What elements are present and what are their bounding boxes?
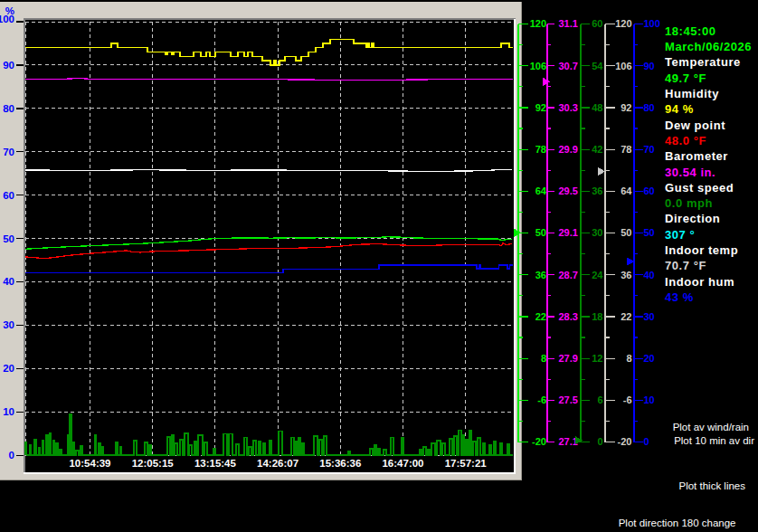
svg-text:36: 36 xyxy=(535,270,546,280)
svg-text:94 %: 94 % xyxy=(665,102,694,116)
svg-text:50: 50 xyxy=(3,233,14,244)
svg-text:43 %: 43 % xyxy=(665,290,694,304)
svg-text:30.3: 30.3 xyxy=(559,102,578,113)
svg-text:36: 36 xyxy=(592,185,602,196)
svg-text:Barometer: Barometer xyxy=(665,149,728,163)
svg-text:106: 106 xyxy=(615,61,631,71)
svg-text:-6: -6 xyxy=(537,394,546,405)
svg-text:18:45:00: 18:45:00 xyxy=(665,24,715,38)
svg-text:18: 18 xyxy=(592,311,602,322)
svg-text:80: 80 xyxy=(3,103,14,114)
svg-text:14:26:07: 14:26:07 xyxy=(257,458,298,469)
svg-text:8: 8 xyxy=(541,353,546,364)
svg-text:31.1: 31.1 xyxy=(559,18,578,29)
svg-text:48: 48 xyxy=(592,102,602,113)
svg-text:Dew point: Dew point xyxy=(665,119,725,132)
svg-text:17:57:21: 17:57:21 xyxy=(445,458,488,469)
svg-text:90: 90 xyxy=(3,60,14,71)
svg-text:22: 22 xyxy=(535,311,546,322)
svg-text:64: 64 xyxy=(621,185,632,196)
svg-text:90: 90 xyxy=(644,61,655,71)
svg-text:60: 60 xyxy=(3,190,14,201)
svg-text:307 °: 307 ° xyxy=(665,228,695,242)
svg-text:100: 100 xyxy=(0,14,14,24)
svg-text:Plot direction 180 change: Plot direction 180 change xyxy=(619,518,736,528)
svg-text:120: 120 xyxy=(615,18,631,29)
svg-text:50: 50 xyxy=(621,227,631,238)
svg-text:20: 20 xyxy=(3,363,14,374)
svg-text:29.5: 29.5 xyxy=(559,185,578,196)
svg-text:Direction: Direction xyxy=(665,212,720,225)
svg-text:-20: -20 xyxy=(532,436,546,447)
svg-text:0: 0 xyxy=(597,436,602,447)
svg-text:10: 10 xyxy=(3,406,14,417)
svg-text:0.0 mph: 0.0 mph xyxy=(665,196,713,210)
svg-text:50: 50 xyxy=(535,227,546,238)
svg-text:27.9: 27.9 xyxy=(559,353,578,364)
svg-text:12: 12 xyxy=(592,353,602,364)
svg-text:22: 22 xyxy=(621,311,631,322)
svg-text:40: 40 xyxy=(3,276,14,287)
svg-text:20: 20 xyxy=(644,353,655,364)
svg-text:100: 100 xyxy=(644,18,660,29)
svg-text:27.5: 27.5 xyxy=(559,394,578,405)
svg-text:-6: -6 xyxy=(623,394,632,405)
svg-text:92: 92 xyxy=(621,102,631,113)
svg-text:50: 50 xyxy=(644,227,655,238)
svg-text:16:47:00: 16:47:00 xyxy=(382,458,423,469)
svg-text:Gust speed: Gust speed xyxy=(665,181,734,195)
svg-text:28.3: 28.3 xyxy=(559,311,578,322)
svg-text:Indoor hum: Indoor hum xyxy=(665,275,734,289)
svg-text:70: 70 xyxy=(3,147,14,157)
svg-text:13:15:45: 13:15:45 xyxy=(194,458,237,469)
svg-text:-20: -20 xyxy=(618,436,632,447)
svg-text:8: 8 xyxy=(626,353,631,364)
svg-text:49.7 °F: 49.7 °F xyxy=(665,71,706,85)
svg-text:120: 120 xyxy=(530,18,546,29)
svg-text:0: 0 xyxy=(9,450,14,461)
svg-text:Indoor temp: Indoor temp xyxy=(665,243,738,257)
svg-text:30: 30 xyxy=(3,319,14,330)
svg-text:March/06/2026: March/06/2026 xyxy=(665,40,752,53)
svg-text:70.7 °F: 70.7 °F xyxy=(665,259,706,272)
svg-text:12:05:15: 12:05:15 xyxy=(132,458,175,469)
svg-text:36: 36 xyxy=(621,270,631,280)
svg-text:6: 6 xyxy=(597,394,602,405)
svg-text:78: 78 xyxy=(535,144,546,155)
svg-text:30.7: 30.7 xyxy=(559,61,578,71)
svg-text:10: 10 xyxy=(644,394,655,405)
svg-text:106: 106 xyxy=(530,61,546,71)
svg-text:60: 60 xyxy=(644,185,655,196)
svg-text:54: 54 xyxy=(592,61,603,71)
svg-text:48.0 °F: 48.0 °F xyxy=(665,134,706,147)
svg-text:15:36:36: 15:36:36 xyxy=(319,458,361,469)
svg-text:80: 80 xyxy=(644,102,655,113)
svg-text:64: 64 xyxy=(535,185,547,196)
svg-text:42: 42 xyxy=(592,144,602,155)
svg-text:40: 40 xyxy=(644,270,655,280)
svg-text:Plot av wind/rain: Plot av wind/rain xyxy=(673,422,749,432)
svg-text:29.9: 29.9 xyxy=(559,144,578,155)
svg-text:30.54 in.: 30.54 in. xyxy=(665,166,715,179)
svg-text:70: 70 xyxy=(644,144,655,155)
svg-text:Plot thick lines: Plot thick lines xyxy=(678,480,745,491)
svg-text:Plot 10 min av dir: Plot 10 min av dir xyxy=(674,435,754,446)
svg-text:10:54:39: 10:54:39 xyxy=(69,458,110,469)
svg-text:0: 0 xyxy=(644,436,649,447)
svg-text:24: 24 xyxy=(592,270,603,280)
svg-text:78: 78 xyxy=(621,144,631,155)
svg-text:28.7: 28.7 xyxy=(559,270,578,280)
svg-text:Humidity: Humidity xyxy=(665,87,719,100)
svg-text:Temperature: Temperature xyxy=(665,55,741,69)
svg-text:92: 92 xyxy=(535,102,546,113)
svg-text:60: 60 xyxy=(592,18,602,29)
svg-text:30: 30 xyxy=(644,311,655,322)
svg-text:30: 30 xyxy=(592,227,602,238)
svg-text:29.1: 29.1 xyxy=(559,227,578,238)
